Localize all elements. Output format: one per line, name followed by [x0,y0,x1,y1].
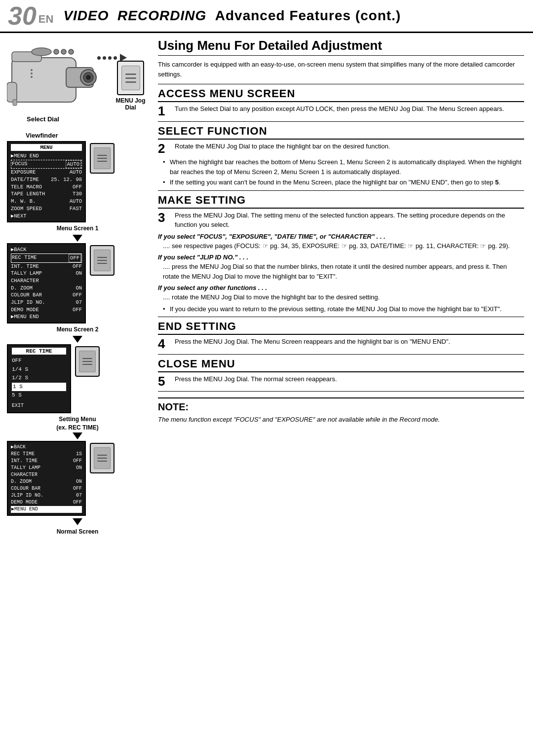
step-2-heading: Select Function [158,125,524,140]
svg-point-11 [31,69,33,71]
final-menu-box: ▶BACK REC TIME1S INT. TIMEOFF TALLY LAMP… [7,441,86,516]
setting-menu-label: Setting Menu [56,416,98,423]
menu-screen-1-box: MENU ▶MENU END FOCUSAUTO EXPOSUREAUTO DA… [7,141,86,222]
step-3-section: Make Setting 3 Press the MENU Jog Dial. … [158,194,524,314]
main-content: Select Dial [0,33,533,537]
menu2-row-inttime: INT. TIMEOFF [11,263,82,270]
step-1-num: 1 [158,104,172,118]
step-3-sub3-bullets: If you decide you want to return to the … [163,304,524,314]
side-jog-3-inner [79,351,96,372]
select-dial-label: Select Dial [27,115,59,123]
step-3-row: 3 Press the MENU Jog Dial. The setting m… [158,211,524,230]
right-column: Using Menu For Detailed Adjustment This … [153,38,533,537]
jog-lines-3 [82,358,92,365]
step-2-bullets: When the highlight bar reaches the botto… [163,157,524,187]
fm-colour: COLOUR BAROFF [11,485,82,492]
menu1-row-next: ▶NEXT [11,213,82,220]
step-3-sub1-text: .... see respective pages (FOCUS: ☞ pg. … [163,241,524,251]
side-jog-2[interactable] [90,245,114,276]
side-jog-4-inner [94,447,111,469]
main-section-title: Using Menu For Detailed Adjustment [158,38,524,56]
step-3-heading: Make Setting [158,194,524,209]
step-3-sub1-heading: If you select "FOCUS", "EXPOSURE", "DATE… [158,233,524,240]
menu-screen-2-box: ▶BACK REC TIMEOFF INT. TIMEOFF TALLY LAM… [7,243,86,324]
step-4-heading: End Setting [158,320,524,335]
menu2-row-rectime: REC TIMEOFF [11,253,82,263]
menu1-row-tape: TAPE LENGTHT30 [11,190,82,198]
page-number: 30 [8,3,37,29]
camcorder-illustration [7,43,103,114]
rec-time-box: REC TIME OFF 1/4 S 1/2 S 1 S 5 S EXIT [7,344,71,413]
fm-demo: DEMO MODEOFF [11,499,82,506]
step-3-sub2-heading: If you select "JLIP ID NO." . . . [158,253,524,261]
intro-text: This camcorder is equipped with an easy-… [158,60,524,79]
step-5-section: Close Menu 5 Press the MENU Jog Dial. Th… [158,358,524,389]
step-5-row: 5 Press the MENU Jog Dial. The normal sc… [158,374,524,389]
rt-exit: EXIT [12,402,66,410]
step-4-section: End Setting 4 Press the MENU Jog Dial. T… [158,320,524,351]
fm-char: CHARACTER [11,471,82,478]
divider-3 [158,317,524,317]
rt-1-2: 1/2 S [12,374,66,383]
step-3-num: 3 [158,211,172,225]
svg-point-13 [31,76,33,78]
step-1-text: Turn the Select Dial to any position exc… [175,104,524,114]
fm-back: ▶BACK [11,444,82,451]
menu2-row-colour: COLOUR BAROFF [11,291,82,299]
note-text: The menu function except "FOCUS" and "EX… [158,415,524,425]
menu-screen-1-row: MENU ▶MENU END FOCUSAUTO EXPOSUREAUTO DA… [7,141,148,222]
menu2-row-menuend: ▶MENU END [11,313,82,321]
fm-dzoom: D. ZOOMON [11,478,82,485]
step-3-text: Press the MENU Jog Dial. The setting men… [175,211,524,230]
step-2-num: 2 [158,142,172,156]
step-2-section: Select Function 2 Rotate the MENU Jog Di… [158,125,524,187]
page-header: 30 EN VIDEO RECORDING Advanced Features … [0,0,533,33]
step-3-bullet-1: If you decide you want to return to the … [163,304,524,314]
step-5-text: Press the MENU Jog Dial. The normal scre… [175,374,524,384]
step-2-bullet-2: If the setting you want can't be found i… [163,178,524,187]
rt-5s: 5 S [12,391,66,400]
menu-screen-1-label: Menu Screen 1 [57,225,99,232]
fm-menuend: ▶MENU END [11,506,82,513]
step-2-bullet-1: When the highlight bar reaches the botto… [163,157,524,177]
note-title: NOTE: [158,401,524,413]
svg-rect-9 [7,82,17,102]
arrow-down-3 [73,432,82,439]
svg-point-7 [61,49,66,54]
divider-0 [158,84,524,84]
svg-rect-14 [13,100,17,106]
page-title: VIDEO RECORDING Advanced Features (cont.… [63,8,401,24]
left-column: Select Dial [0,38,153,537]
jog-lines-1 [97,155,107,162]
step-4-text: Press the MENU Jog Dial. The Menu Screen… [175,337,524,347]
svg-point-10 [32,48,51,56]
step-1-row: 1 Turn the Select Dial to any position e… [158,104,524,118]
jog-dial-box[interactable] [117,61,144,95]
side-jog-2-inner [94,250,111,271]
page-en: EN [38,13,54,26]
rec-time-title: REC TIME [12,348,66,355]
setting-menu-row: REC TIME OFF 1/4 S 1/2 S 1 S 5 S EXIT [7,344,148,413]
arrow-down-4 [73,518,82,525]
menu2-row-jlip: JLIP ID NO.07 [11,299,82,306]
menu1-row-focus: FOCUSAUTO [11,160,82,169]
svg-point-6 [54,49,59,54]
camcorder-area: Select Dial [7,43,148,116]
normal-screen-label: Normal Screen [57,528,99,535]
side-jog-3[interactable] [75,346,100,377]
jog-lines-4 [97,455,107,462]
menu1-title: MENU [11,144,82,151]
jog-lines-2 [97,257,107,264]
rt-1s: 1 S [12,383,66,392]
setting-menu-sub: (ex. REC TIME) [56,424,98,431]
jog-dial-inner [121,66,140,90]
rt-off: OFF [12,357,66,365]
video-label: VIDEO [63,8,109,23]
side-jog-1[interactable] [90,143,114,174]
menu2-row-char: CHARACTER [11,277,82,285]
step-4-row: 4 Press the MENU Jog Dial. The Menu Scre… [158,337,524,351]
svg-point-4 [86,75,91,80]
note-box: NOTE: The menu function except "FOCUS" a… [158,397,524,425]
menu1-row-macro: TELE MACROOFF [11,183,82,191]
side-jog-4[interactable] [90,443,114,473]
